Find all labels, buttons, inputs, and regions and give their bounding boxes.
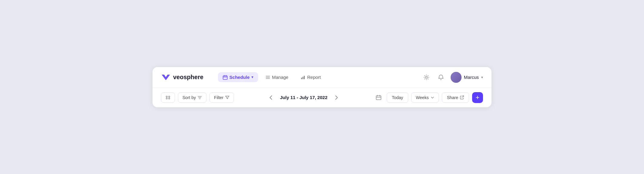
schedule-chevron: ▾ xyxy=(251,75,253,79)
user-area[interactable]: Marcus ▾ xyxy=(451,72,483,83)
share-external-icon xyxy=(460,95,464,99)
svg-point-15 xyxy=(166,98,167,99)
svg-point-13 xyxy=(166,96,167,97)
logo-icon xyxy=(161,72,171,82)
svg-rect-9 xyxy=(301,78,302,79)
avatar xyxy=(451,72,462,83)
manage-icon xyxy=(265,75,270,80)
weeks-label: Weeks xyxy=(416,95,429,100)
calendar-icon xyxy=(376,95,381,100)
svg-line-24 xyxy=(462,96,464,98)
filter-button[interactable]: Filter xyxy=(209,92,234,103)
settings-icon xyxy=(423,74,429,80)
svg-rect-10 xyxy=(302,77,303,79)
schedule-label: Schedule xyxy=(229,75,250,80)
today-button[interactable]: Today xyxy=(387,92,408,103)
group-by-icon xyxy=(166,95,170,100)
svg-point-16 xyxy=(169,98,170,99)
chevron-right-icon xyxy=(335,95,338,100)
svg-point-12 xyxy=(426,76,427,78)
report-icon xyxy=(301,75,305,80)
nav-bar: veosphere Schedule ▾ Manage xyxy=(153,67,491,88)
chevron-left-icon xyxy=(270,95,272,100)
add-button[interactable]: + xyxy=(472,92,483,103)
today-label: Today xyxy=(392,95,403,100)
logo-area: veosphere xyxy=(161,72,203,82)
filter-label: Filter xyxy=(214,95,223,100)
share-button[interactable]: Share xyxy=(442,92,469,103)
app-container: veosphere Schedule ▾ Manage xyxy=(153,67,491,107)
nav-schedule[interactable]: Schedule ▾ xyxy=(218,72,258,82)
user-dropdown-chevron: ▾ xyxy=(481,75,483,79)
nav-items: Schedule ▾ Manage Report xyxy=(218,72,412,82)
date-range: July 11 - July 17, 2022 xyxy=(276,93,331,102)
next-date-button[interactable] xyxy=(332,94,341,102)
date-navigation: July 11 - July 17, 2022 xyxy=(267,93,341,102)
svg-rect-2 xyxy=(223,76,227,79)
sort-by-button[interactable]: Sort by xyxy=(178,92,206,103)
group-by-button[interactable] xyxy=(161,92,175,103)
share-label: Share xyxy=(447,95,458,100)
logo-text: veosphere xyxy=(173,74,203,81)
user-name: Marcus xyxy=(464,75,479,80)
add-icon: + xyxy=(476,94,480,101)
nav-report[interactable]: Report xyxy=(296,72,326,82)
calendar-picker-button[interactable] xyxy=(373,93,384,102)
right-actions: Share + xyxy=(442,92,483,103)
report-label: Report xyxy=(307,75,321,80)
sort-icon xyxy=(198,95,202,100)
notification-button[interactable] xyxy=(436,72,446,82)
weeks-button[interactable]: Weeks xyxy=(411,92,439,103)
svg-point-14 xyxy=(169,96,170,97)
svg-rect-20 xyxy=(376,96,381,100)
bell-icon xyxy=(438,74,444,80)
avatar-image xyxy=(451,72,462,83)
toolbar: Sort by Filter July 11 - July 17, 2022 xyxy=(153,88,491,107)
svg-rect-11 xyxy=(304,76,305,79)
filter-icon xyxy=(225,95,229,100)
sort-by-label: Sort by xyxy=(182,95,196,100)
weeks-chevron-icon xyxy=(431,96,434,99)
prev-date-button[interactable] xyxy=(267,94,275,102)
nav-right: Marcus ▾ xyxy=(422,72,483,83)
schedule-icon xyxy=(223,75,228,80)
nav-manage[interactable]: Manage xyxy=(261,72,293,82)
manage-label: Manage xyxy=(272,75,288,80)
settings-button[interactable] xyxy=(422,72,431,82)
